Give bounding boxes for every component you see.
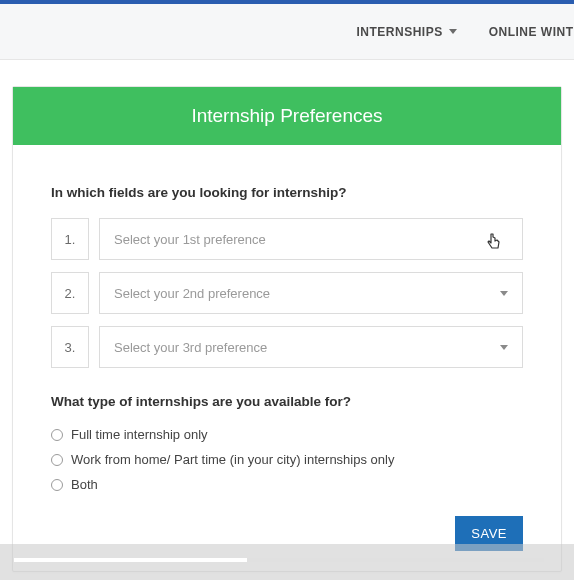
pref-number-1: 1. — [51, 218, 89, 260]
option-both[interactable]: Both — [51, 477, 523, 492]
video-progress-track[interactable] — [14, 558, 544, 562]
radio-icon — [51, 429, 63, 441]
preferences-card: Internship Preferences In which fields a… — [12, 86, 562, 572]
radio-icon — [51, 454, 63, 466]
page-body: Internship Preferences In which fields a… — [0, 60, 574, 572]
pref-select-2[interactable]: Select your 2nd preference — [99, 272, 523, 314]
pref-select-3[interactable]: Select your 3rd preference — [99, 326, 523, 368]
preference-row-2: 2. Select your 2nd preference — [51, 272, 523, 314]
preference-row-1: 1. Select your 1st preference — [51, 218, 523, 260]
nav-internships[interactable]: INTERNSHIPS — [356, 25, 456, 39]
option-wfh-parttime[interactable]: Work from home/ Part time (in your city)… — [51, 452, 523, 467]
question-type-label: What type of internships are you availab… — [51, 394, 523, 409]
chevron-down-icon — [500, 345, 508, 350]
option-wfh-parttime-label: Work from home/ Part time (in your city)… — [71, 452, 394, 467]
top-nav: INTERNSHIPS ONLINE WINTE — [0, 4, 574, 60]
pref-number-2: 2. — [51, 272, 89, 314]
preference-row-3: 3. Select your 3rd preference — [51, 326, 523, 368]
pref-select-1-placeholder: Select your 1st preference — [114, 232, 266, 247]
option-fulltime[interactable]: Full time internship only — [51, 427, 523, 442]
pointer-cursor-icon — [486, 233, 502, 254]
radio-icon — [51, 479, 63, 491]
chevron-down-icon — [500, 291, 508, 296]
video-overlay-bar — [0, 544, 574, 580]
video-progress-fill — [14, 558, 247, 562]
pref-number-3: 3. — [51, 326, 89, 368]
nav-online-winter[interactable]: ONLINE WINTE — [489, 25, 574, 39]
card-body: In which fields are you looking for inte… — [13, 145, 561, 571]
nav-online-winter-label: ONLINE WINTE — [489, 25, 574, 39]
pref-select-2-placeholder: Select your 2nd preference — [114, 286, 270, 301]
pref-select-3-placeholder: Select your 3rd preference — [114, 340, 267, 355]
question-fields-label: In which fields are you looking for inte… — [51, 185, 523, 200]
card-title: Internship Preferences — [13, 87, 561, 145]
pref-select-1[interactable]: Select your 1st preference — [99, 218, 523, 260]
option-both-label: Both — [71, 477, 98, 492]
chevron-down-icon — [449, 29, 457, 34]
option-fulltime-label: Full time internship only — [71, 427, 208, 442]
nav-internships-label: INTERNSHIPS — [356, 25, 442, 39]
